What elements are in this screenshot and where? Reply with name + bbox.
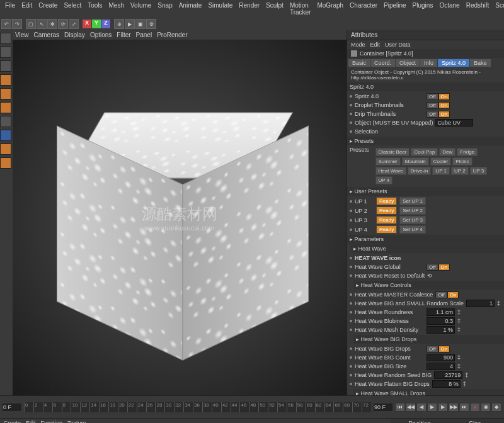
snap-button[interactable] [0, 130, 11, 141]
viewmenu-panel[interactable]: Panel [136, 31, 152, 38]
spinner-icon[interactable]: ‡ [465, 372, 468, 378]
preset-drive-in[interactable]: Drive-in [408, 167, 432, 175]
menu-pipeline[interactable]: Pipeline [381, 1, 409, 16]
menu-script[interactable]: Script [493, 1, 504, 16]
viewmenu-cameras[interactable]: Cameras [34, 31, 60, 38]
spinner-icon[interactable]: ‡ [457, 309, 461, 315]
poly-mode-button[interactable] [0, 102, 11, 113]
goto-end-button[interactable]: ⏭ [459, 403, 469, 412]
preset-up-2[interactable]: UP 2 [451, 167, 469, 175]
timeline-ruler[interactable]: 0246810121416182022242628303234363840424… [24, 402, 371, 412]
edge-mode-button[interactable] [0, 88, 11, 99]
set-button[interactable]: Set UP 2 [399, 206, 426, 215]
play-button[interactable]: ▶ [427, 403, 437, 412]
menu-tools[interactable]: Tools [85, 1, 105, 16]
ready-button[interactable]: Ready [376, 197, 397, 205]
menu-simulate[interactable]: Simulate [205, 1, 235, 16]
render-settings-button[interactable]: ⚙ [146, 19, 156, 29]
viewmenu-prorender[interactable]: ProRender [157, 31, 187, 38]
section-parameters[interactable]: ▸ Parameters [347, 235, 504, 244]
tab-bake[interactable]: Bake [470, 59, 491, 67]
viewmenu-options[interactable]: Options [90, 31, 112, 38]
menu-volume[interactable]: Volume [128, 1, 154, 16]
render-region-button[interactable]: ▣ [135, 19, 146, 29]
live-select-button[interactable]: ▢ [26, 19, 36, 29]
planar-workplane-button[interactable] [0, 157, 11, 169]
menu-edit[interactable]: Edit [19, 1, 35, 16]
object-field[interactable]: Cube UV [435, 119, 473, 127]
goto-start-button[interactable]: ⏮ [395, 403, 405, 412]
set-button[interactable]: Set UP 3 [399, 216, 426, 224]
section-user-presets[interactable]: ▸ User Presets [347, 187, 504, 196]
axis-lock[interactable]: XYZ [83, 20, 110, 28]
coord-sys-button[interactable]: ⊕ [114, 19, 124, 29]
matmenu-function[interactable]: Function [41, 420, 63, 423]
preset-up-1[interactable]: UP 1 [432, 167, 450, 175]
field-heat-wave-blobiness[interactable]: 0.3 [427, 317, 455, 325]
preset-up-3[interactable]: UP 3 [470, 167, 488, 175]
attrmenu-mode[interactable]: Mode [351, 42, 365, 48]
prev-frame-button[interactable]: ◀ [416, 403, 427, 412]
menu-mograph[interactable]: MoGraph [314, 1, 346, 16]
attrmenu-user-data[interactable]: User Data [385, 42, 411, 48]
menu-snap[interactable]: Snap [155, 1, 175, 16]
prev-key-button[interactable]: ◀◀ [406, 403, 416, 412]
hw-global-toggle[interactable]: OffOn [427, 264, 450, 271]
menu-sculpt[interactable]: Sculpt [263, 1, 286, 16]
matmenu-edit[interactable]: Edit [26, 420, 36, 423]
menu-create[interactable]: Create [36, 1, 60, 16]
menu-octane[interactable]: Octane [437, 1, 462, 16]
tab-object[interactable]: Object [396, 59, 420, 67]
scale-button[interactable]: ⤢ [69, 19, 79, 29]
tab-spritz40[interactable]: Spritz 4.0 [438, 59, 469, 67]
menu-mesh[interactable]: Mesh [106, 1, 127, 16]
model-mode-button[interactable] [0, 33, 11, 44]
section-hw-small[interactable]: ▸ Heat Wave SMALL Drops [353, 389, 504, 395]
field-heat-wave-flatten-big-drops[interactable]: 8 % [432, 380, 461, 388]
cursor-button[interactable]: ↖ [37, 19, 47, 29]
section-presets[interactable]: ▸ Presets [347, 137, 504, 145]
spinner-icon[interactable]: ‡ [457, 363, 461, 369]
viewmenu-display[interactable]: Display [64, 31, 85, 38]
preset-dew[interactable]: Dew [439, 148, 455, 156]
preset-mountain[interactable]: Mountain [402, 157, 429, 166]
preset-cooler[interactable]: Cooler [430, 157, 452, 166]
render-button[interactable]: ▶ [125, 19, 135, 29]
autokey-button[interactable]: ◉ [481, 403, 491, 412]
next-key-button[interactable]: ▶▶ [449, 403, 459, 412]
spinner-icon[interactable]: ‡ [457, 354, 461, 361]
timeline-end-field[interactable]: 90 F [374, 403, 392, 411]
field-heat-wave-random-seed-big[interactable]: 23719 [434, 371, 462, 379]
menu-render[interactable]: Render [236, 1, 262, 16]
set-button[interactable]: Set UP 1 [399, 197, 426, 205]
keyframe-sel-button[interactable]: ◆ [491, 403, 501, 412]
ready-button[interactable]: Ready [376, 225, 397, 234]
menu-select[interactable]: Select [61, 1, 84, 16]
field-heat-wave-mesh-density[interactable]: 1 % [427, 326, 455, 334]
menu-motion-tracker[interactable]: Motion Tracker [287, 1, 314, 16]
section-hw-big[interactable]: ▸ Heat Wave BIG Drops [353, 335, 504, 344]
ready-button[interactable]: Ready [376, 206, 397, 215]
menu-redshift[interactable]: Redshift [464, 1, 492, 16]
preset-cool-pop[interactable]: Cool Pop [411, 148, 438, 156]
tab-info[interactable]: Info [420, 59, 437, 67]
spinner-icon[interactable]: ‡ [497, 300, 500, 307]
preset-classic-beer[interactable]: Classic Beer [375, 148, 410, 156]
preset-picnic[interactable]: Picnic [452, 157, 472, 166]
tab-basic[interactable]: Basic [348, 59, 370, 67]
workplane-button[interactable] [0, 60, 11, 72]
record-button[interactable]: ● [470, 403, 480, 412]
viewmenu-filter[interactable]: Filter [117, 31, 130, 38]
preset-summer[interactable]: Summer [375, 157, 401, 166]
matmenu-create[interactable]: Create [4, 420, 21, 423]
move-button[interactable]: ✥ [47, 19, 57, 29]
spinner-icon[interactable]: ‡ [463, 381, 466, 387]
undo-button[interactable]: ↶ [1, 19, 11, 29]
reset-icon[interactable]: ⟲ [427, 273, 432, 279]
preset-up-4[interactable]: UP 4 [375, 176, 393, 184]
field-heat-wave-big-and-small-random-scale[interactable]: 1 [466, 300, 495, 307]
matmenu-texture[interactable]: Texture [67, 420, 86, 423]
point-mode-button[interactable] [0, 74, 11, 86]
menu-character[interactable]: Character [347, 1, 380, 16]
menu-file[interactable]: File [3, 1, 18, 16]
